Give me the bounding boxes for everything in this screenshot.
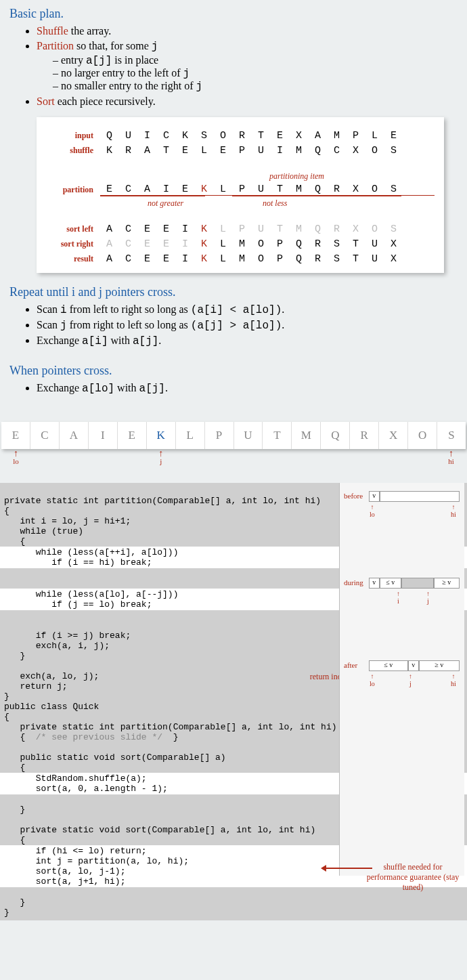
section-title-repeat: Repeat until i and j pointers cross. xyxy=(9,285,458,299)
bullet-exchange-loj: Exchange a[lo] with a[j]. xyxy=(37,382,458,395)
section-title-cross: When pointers cross. xyxy=(9,364,458,378)
partition-result-array: ECAIEKLPUTMQRXOS xyxy=(1,422,466,449)
sub-bullet-right: no smaller entry to the right of j xyxy=(53,80,458,93)
shuffle-note: shuffle needed for performance guarantee… xyxy=(365,862,460,893)
sub-bullet-left: no larger entry to the left of j xyxy=(53,67,458,80)
bullet-exchange-ij: Exchange a[i] with a[j]. xyxy=(37,335,458,347)
bullet-shuffle: Shuffle the array. xyxy=(37,25,458,37)
bullet-partition: Partition so that, for some j entry a[j]… xyxy=(37,40,458,93)
bullet-scan-i: Scan i from left to right so long as (a[… xyxy=(37,303,458,316)
pointer-labels-row: ↑lo↑j↑hi xyxy=(1,450,466,471)
sub-bullet-entry: entry a[j] is in place xyxy=(53,54,458,67)
bullet-sort: Sort each piece recursively. xyxy=(37,95,458,108)
quicksort-trace-diagram: inputQUICKSORTEXAMPLEshuffleKRATELEPUIMQ… xyxy=(37,117,444,273)
partition-invariant-figure: before v ↑lo ↑hi during v≤ v≥ v ↑i ↑j af… xyxy=(339,483,464,876)
bullet-scan-j: Scan j from right to left so long as (a[… xyxy=(37,319,458,332)
section-title-basic-plan: Basic plan. xyxy=(9,7,458,21)
